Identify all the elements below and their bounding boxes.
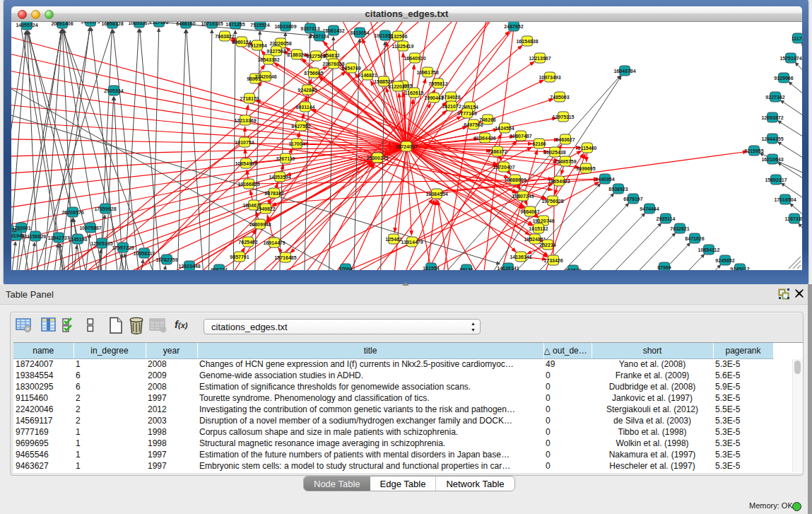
svg-text:10958117: 10958117 [134,251,155,256]
svg-text:10653267: 10653267 [128,22,150,25]
svg-text:12093872: 12093872 [761,115,783,120]
svg-text:18724007: 18724007 [395,144,417,149]
svg-text:17016504: 17016504 [774,197,796,202]
svg-text:16033809: 16033809 [274,24,296,29]
svg-text:906714: 906714 [211,267,227,271]
svg-text:10975887: 10975887 [79,226,101,230]
svg-text:9699695: 9699695 [576,166,595,171]
svg-text:7632621: 7632621 [670,226,689,231]
svg-text:161554: 161554 [423,266,439,271]
svg-text:16210643: 16210643 [761,157,783,162]
svg-text:2487652: 2487652 [504,24,523,29]
svg-text:8471626: 8471626 [685,236,704,241]
svg-text:9329966: 9329966 [774,76,793,81]
svg-text:17957225: 17957225 [112,245,134,250]
svg-text:10688609: 10688609 [504,177,526,182]
svg-text:15751074: 15751074 [779,56,801,61]
svg-text:62160: 62160 [532,141,546,146]
svg-text:9307313: 9307313 [300,26,319,31]
svg-text:7625402: 7625402 [238,240,257,245]
svg-text:154612: 154612 [323,53,339,58]
svg-text:1162615: 1162615 [405,90,424,95]
svg-text:15716485: 15716485 [274,255,296,260]
svg-text:12505135: 12505135 [90,241,112,246]
svg-text:10719185: 10719185 [201,22,223,26]
svg-text:8912954: 8912954 [247,43,266,48]
svg-text:7857224: 7857224 [310,34,329,39]
svg-text:14136141: 14136141 [497,266,519,271]
svg-text:25300275: 25300275 [366,156,388,160]
svg-text:9245652: 9245652 [715,258,734,263]
svg-text:7663822: 7663822 [215,34,234,39]
svg-text:1615132: 1615132 [529,226,548,231]
svg-text:8878342: 8878342 [264,191,283,196]
svg-text:16640910: 16640910 [404,56,425,61]
svg-text:9684067: 9684067 [520,209,539,214]
svg-text:13914479: 13914479 [401,240,423,245]
svg-text:117004: 117004 [289,141,305,146]
svg-text:14055724: 14055724 [16,23,37,28]
svg-text:23226058: 23226058 [269,41,291,46]
svg-text:2905334: 2905334 [104,88,123,93]
svg-text:252214: 252214 [539,243,555,247]
svg-text:21364436: 21364436 [473,136,495,141]
svg-text:19166825: 19166825 [237,182,259,187]
svg-text:16648784: 16648784 [613,69,635,74]
svg-text:11325419: 11325419 [392,44,414,49]
svg-text:1588520: 1588520 [374,79,393,84]
svg-text:2718170: 2718170 [240,96,259,101]
svg-text:9777169: 9777169 [457,111,476,116]
svg-text:1132506: 1132506 [389,34,408,39]
svg-text:1440954: 1440954 [595,177,614,182]
svg-text:1733426: 1733426 [543,258,563,263]
svg-text:125462: 125462 [385,237,401,242]
svg-text:10807487: 10807487 [510,134,531,139]
svg-text:746266: 746266 [479,117,495,122]
svg-text:16958128: 16958128 [101,22,123,26]
svg-text:10973493: 10973493 [539,75,560,80]
svg-text:9115460: 9115460 [578,146,597,151]
svg-text:1624554: 1624554 [495,126,514,131]
svg-text:16914479: 16914479 [263,240,285,245]
svg-text:10025438: 10025438 [543,150,565,155]
svg-text:15692317: 15692317 [765,177,787,182]
svg-text:910075: 910075 [11,228,17,233]
svg-text:9857791: 9857791 [230,255,249,259]
svg-text:17359928: 17359928 [94,206,116,211]
svg-text:14136141: 14136141 [510,255,531,259]
svg-text:11170: 11170 [792,36,802,41]
svg-text:20691406: 20691406 [51,22,73,26]
svg-text:9242845: 9242845 [298,88,317,93]
svg-text:8454749: 8454749 [341,66,360,71]
svg-text:1010753: 1010753 [235,140,254,145]
svg-text:1949822: 1949822 [256,206,275,211]
svg-text:1003173: 1003173 [81,22,100,24]
svg-text:8938923: 8938923 [608,187,628,192]
svg-text:15720407: 15720407 [493,165,514,170]
svg-text:99130: 99130 [459,267,473,271]
svg-text:12213369: 12213369 [234,118,256,123]
svg-text:1621072: 1621072 [442,104,461,109]
svg-text:13495759: 13495759 [554,159,576,164]
svg-text:16809948: 16809948 [249,222,271,227]
svg-text:18081432: 18081432 [322,28,344,33]
svg-text:12444155: 12444155 [761,136,783,141]
svg-text:6466160: 6466160 [176,22,195,26]
svg-text:6879197: 6879197 [623,197,642,201]
svg-text:12942737: 12942737 [47,235,69,240]
svg-text:7386372: 7386372 [488,149,507,154]
svg-text:8122037: 8122037 [388,84,407,89]
svg-text:924510: 924510 [565,268,581,271]
svg-text:9146821: 9146821 [358,73,377,78]
svg-text:16543382: 16543382 [257,57,279,62]
svg-text:16782759: 16782759 [155,257,177,262]
svg-text:9327503: 9327503 [266,49,286,54]
svg-text:8031144: 8031144 [296,105,315,110]
svg-text:19756928: 19756928 [541,199,563,204]
svg-text:1145193: 1145193 [69,237,88,242]
svg-text:14353594: 14353594 [269,175,290,180]
svg-text:87969: 87969 [657,265,671,270]
svg-text:1671355: 1671355 [225,22,245,27]
svg-text:12213967: 12213967 [529,56,551,61]
svg-text:8427552: 8427552 [291,124,310,129]
